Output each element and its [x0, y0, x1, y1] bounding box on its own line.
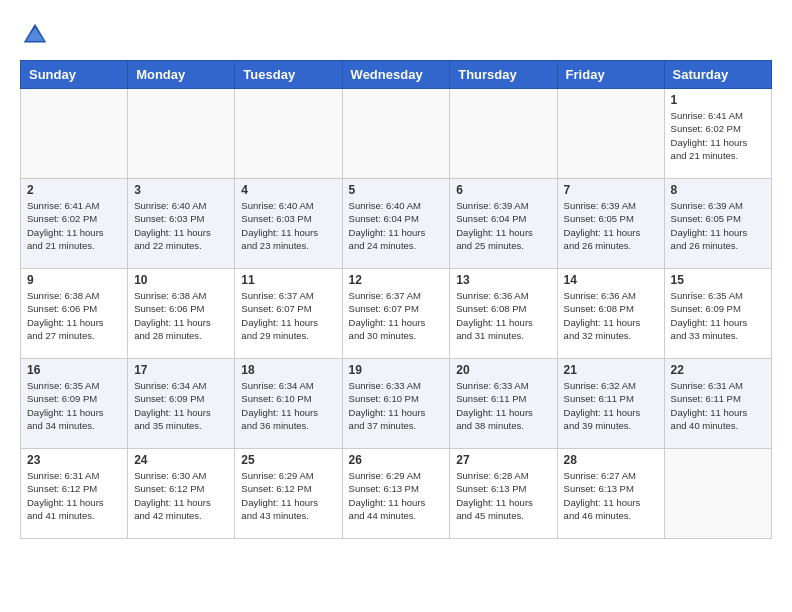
day-header-saturday: Saturday: [664, 61, 771, 89]
logo: [20, 20, 54, 50]
day-cell: 20Sunrise: 6:33 AM Sunset: 6:11 PM Dayli…: [450, 359, 557, 449]
day-cell: 13Sunrise: 6:36 AM Sunset: 6:08 PM Dayli…: [450, 269, 557, 359]
day-number: 22: [671, 363, 765, 377]
day-number: 10: [134, 273, 228, 287]
day-cell: 16Sunrise: 6:35 AM Sunset: 6:09 PM Dayli…: [21, 359, 128, 449]
week-row-5: 23Sunrise: 6:31 AM Sunset: 6:12 PM Dayli…: [21, 449, 772, 539]
day-cell: 4Sunrise: 6:40 AM Sunset: 6:03 PM Daylig…: [235, 179, 342, 269]
day-info: Sunrise: 6:31 AM Sunset: 6:12 PM Dayligh…: [27, 469, 121, 522]
day-number: 26: [349, 453, 444, 467]
day-info: Sunrise: 6:38 AM Sunset: 6:06 PM Dayligh…: [27, 289, 121, 342]
day-number: 4: [241, 183, 335, 197]
day-info: Sunrise: 6:41 AM Sunset: 6:02 PM Dayligh…: [671, 109, 765, 162]
day-info: Sunrise: 6:37 AM Sunset: 6:07 PM Dayligh…: [241, 289, 335, 342]
day-number: 23: [27, 453, 121, 467]
day-info: Sunrise: 6:41 AM Sunset: 6:02 PM Dayligh…: [27, 199, 121, 252]
day-info: Sunrise: 6:30 AM Sunset: 6:12 PM Dayligh…: [134, 469, 228, 522]
day-cell: 11Sunrise: 6:37 AM Sunset: 6:07 PM Dayli…: [235, 269, 342, 359]
day-cell: 17Sunrise: 6:34 AM Sunset: 6:09 PM Dayli…: [128, 359, 235, 449]
day-cell: [664, 449, 771, 539]
day-cell: 15Sunrise: 6:35 AM Sunset: 6:09 PM Dayli…: [664, 269, 771, 359]
day-cell: 7Sunrise: 6:39 AM Sunset: 6:05 PM Daylig…: [557, 179, 664, 269]
day-cell: [450, 89, 557, 179]
day-info: Sunrise: 6:38 AM Sunset: 6:06 PM Dayligh…: [134, 289, 228, 342]
day-info: Sunrise: 6:35 AM Sunset: 6:09 PM Dayligh…: [671, 289, 765, 342]
day-header-thursday: Thursday: [450, 61, 557, 89]
day-header-friday: Friday: [557, 61, 664, 89]
day-number: 5: [349, 183, 444, 197]
day-number: 11: [241, 273, 335, 287]
day-cell: 26Sunrise: 6:29 AM Sunset: 6:13 PM Dayli…: [342, 449, 450, 539]
day-info: Sunrise: 6:39 AM Sunset: 6:05 PM Dayligh…: [671, 199, 765, 252]
day-number: 28: [564, 453, 658, 467]
day-info: Sunrise: 6:27 AM Sunset: 6:13 PM Dayligh…: [564, 469, 658, 522]
day-number: 14: [564, 273, 658, 287]
day-info: Sunrise: 6:40 AM Sunset: 6:04 PM Dayligh…: [349, 199, 444, 252]
day-number: 24: [134, 453, 228, 467]
day-cell: 8Sunrise: 6:39 AM Sunset: 6:05 PM Daylig…: [664, 179, 771, 269]
logo-icon: [20, 20, 50, 50]
day-cell: 27Sunrise: 6:28 AM Sunset: 6:13 PM Dayli…: [450, 449, 557, 539]
day-info: Sunrise: 6:37 AM Sunset: 6:07 PM Dayligh…: [349, 289, 444, 342]
day-info: Sunrise: 6:33 AM Sunset: 6:10 PM Dayligh…: [349, 379, 444, 432]
day-header-wednesday: Wednesday: [342, 61, 450, 89]
day-info: Sunrise: 6:36 AM Sunset: 6:08 PM Dayligh…: [456, 289, 550, 342]
day-cell: 18Sunrise: 6:34 AM Sunset: 6:10 PM Dayli…: [235, 359, 342, 449]
day-number: 20: [456, 363, 550, 377]
day-cell: 5Sunrise: 6:40 AM Sunset: 6:04 PM Daylig…: [342, 179, 450, 269]
day-info: Sunrise: 6:34 AM Sunset: 6:10 PM Dayligh…: [241, 379, 335, 432]
day-number: 12: [349, 273, 444, 287]
day-info: Sunrise: 6:29 AM Sunset: 6:13 PM Dayligh…: [349, 469, 444, 522]
day-info: Sunrise: 6:35 AM Sunset: 6:09 PM Dayligh…: [27, 379, 121, 432]
day-cell: 21Sunrise: 6:32 AM Sunset: 6:11 PM Dayli…: [557, 359, 664, 449]
day-number: 17: [134, 363, 228, 377]
calendar-table: SundayMondayTuesdayWednesdayThursdayFrid…: [20, 60, 772, 539]
day-cell: 10Sunrise: 6:38 AM Sunset: 6:06 PM Dayli…: [128, 269, 235, 359]
day-info: Sunrise: 6:36 AM Sunset: 6:08 PM Dayligh…: [564, 289, 658, 342]
week-row-1: 1Sunrise: 6:41 AM Sunset: 6:02 PM Daylig…: [21, 89, 772, 179]
day-cell: 2Sunrise: 6:41 AM Sunset: 6:02 PM Daylig…: [21, 179, 128, 269]
day-cell: 25Sunrise: 6:29 AM Sunset: 6:12 PM Dayli…: [235, 449, 342, 539]
day-cell: 1Sunrise: 6:41 AM Sunset: 6:02 PM Daylig…: [664, 89, 771, 179]
page-header: [20, 20, 772, 50]
day-info: Sunrise: 6:32 AM Sunset: 6:11 PM Dayligh…: [564, 379, 658, 432]
day-cell: 23Sunrise: 6:31 AM Sunset: 6:12 PM Dayli…: [21, 449, 128, 539]
day-number: 8: [671, 183, 765, 197]
day-cell: 22Sunrise: 6:31 AM Sunset: 6:11 PM Dayli…: [664, 359, 771, 449]
day-cell: 9Sunrise: 6:38 AM Sunset: 6:06 PM Daylig…: [21, 269, 128, 359]
day-number: 21: [564, 363, 658, 377]
day-cell: 19Sunrise: 6:33 AM Sunset: 6:10 PM Dayli…: [342, 359, 450, 449]
day-cell: [235, 89, 342, 179]
header-row: SundayMondayTuesdayWednesdayThursdayFrid…: [21, 61, 772, 89]
day-cell: 6Sunrise: 6:39 AM Sunset: 6:04 PM Daylig…: [450, 179, 557, 269]
day-info: Sunrise: 6:39 AM Sunset: 6:04 PM Dayligh…: [456, 199, 550, 252]
day-number: 15: [671, 273, 765, 287]
day-cell: 12Sunrise: 6:37 AM Sunset: 6:07 PM Dayli…: [342, 269, 450, 359]
day-number: 16: [27, 363, 121, 377]
day-info: Sunrise: 6:34 AM Sunset: 6:09 PM Dayligh…: [134, 379, 228, 432]
day-number: 6: [456, 183, 550, 197]
day-header-tuesday: Tuesday: [235, 61, 342, 89]
day-number: 9: [27, 273, 121, 287]
day-number: 25: [241, 453, 335, 467]
day-number: 18: [241, 363, 335, 377]
day-cell: 3Sunrise: 6:40 AM Sunset: 6:03 PM Daylig…: [128, 179, 235, 269]
week-row-4: 16Sunrise: 6:35 AM Sunset: 6:09 PM Dayli…: [21, 359, 772, 449]
day-info: Sunrise: 6:40 AM Sunset: 6:03 PM Dayligh…: [134, 199, 228, 252]
day-number: 7: [564, 183, 658, 197]
day-info: Sunrise: 6:39 AM Sunset: 6:05 PM Dayligh…: [564, 199, 658, 252]
day-header-monday: Monday: [128, 61, 235, 89]
day-cell: 14Sunrise: 6:36 AM Sunset: 6:08 PM Dayli…: [557, 269, 664, 359]
day-number: 19: [349, 363, 444, 377]
day-number: 13: [456, 273, 550, 287]
day-cell: [557, 89, 664, 179]
week-row-3: 9Sunrise: 6:38 AM Sunset: 6:06 PM Daylig…: [21, 269, 772, 359]
day-info: Sunrise: 6:33 AM Sunset: 6:11 PM Dayligh…: [456, 379, 550, 432]
week-row-2: 2Sunrise: 6:41 AM Sunset: 6:02 PM Daylig…: [21, 179, 772, 269]
day-cell: [21, 89, 128, 179]
day-info: Sunrise: 6:31 AM Sunset: 6:11 PM Dayligh…: [671, 379, 765, 432]
day-cell: [128, 89, 235, 179]
day-info: Sunrise: 6:29 AM Sunset: 6:12 PM Dayligh…: [241, 469, 335, 522]
day-header-sunday: Sunday: [21, 61, 128, 89]
day-info: Sunrise: 6:40 AM Sunset: 6:03 PM Dayligh…: [241, 199, 335, 252]
